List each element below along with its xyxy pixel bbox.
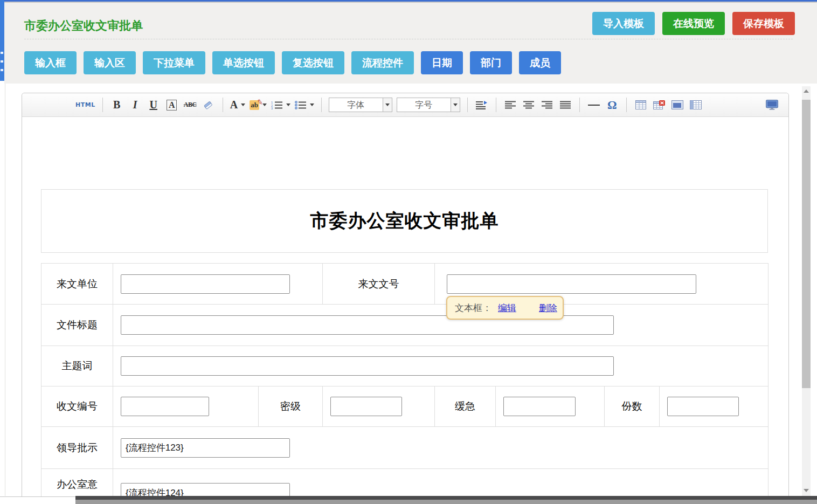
add-radio-button[interactable]: 单选按钮 bbox=[212, 51, 275, 74]
chevron-down-icon bbox=[262, 103, 267, 106]
add-member-button[interactable]: 成员 bbox=[519, 51, 561, 74]
html-source-button[interactable]: HTML bbox=[75, 97, 95, 113]
receipt-no-label: 收文编号 bbox=[41, 386, 113, 427]
add-checkbox-button[interactable]: 复选按钮 bbox=[282, 51, 344, 74]
delete-table-button[interactable] bbox=[652, 97, 666, 113]
table-row: 收文编号 密级 缓急 份数 bbox=[41, 386, 768, 427]
table-row: 领导批示 bbox=[41, 427, 768, 469]
font-family-select[interactable]: 字体 bbox=[329, 98, 392, 112]
chevron-down-icon bbox=[310, 103, 314, 106]
add-dropdown-button[interactable]: 下拉菜单 bbox=[143, 51, 205, 74]
approval-form-table: 来文单位 来文文号 文件标题 主题词 收文编号 密级 bbox=[41, 263, 768, 504]
leader-remarks-label: 领导批示 bbox=[41, 427, 113, 469]
add-date-button[interactable]: 日期 bbox=[421, 51, 463, 74]
subject-input[interactable] bbox=[121, 356, 614, 376]
doc-no-input[interactable] bbox=[447, 274, 696, 294]
fullscreen-button[interactable] bbox=[765, 97, 779, 113]
font-color-button[interactable]: A bbox=[230, 97, 245, 113]
ordered-list-icon: 1 2 3 bbox=[271, 101, 283, 109]
delete-table-icon bbox=[653, 100, 665, 109]
insert-table-button[interactable] bbox=[634, 97, 648, 113]
secrecy-input[interactable] bbox=[330, 397, 402, 416]
bullet-list-button[interactable] bbox=[295, 97, 314, 113]
align-justify-icon bbox=[560, 101, 571, 109]
align-justify-button[interactable] bbox=[558, 97, 572, 113]
delete-field-link[interactable]: 删除 bbox=[539, 302, 557, 314]
table-row: 文件标题 bbox=[41, 305, 768, 346]
doc-no-label: 来文文号 bbox=[323, 264, 435, 305]
align-left-button[interactable] bbox=[503, 97, 517, 113]
header-divider bbox=[24, 39, 793, 39]
source-unit-label: 来文单位 bbox=[41, 264, 113, 305]
table-row: 来文单位 来文文号 bbox=[41, 264, 768, 305]
italic-button[interactable]: I bbox=[128, 97, 142, 113]
subject-label: 主题词 bbox=[41, 346, 113, 386]
app-window: 市委办公室收文审批单 导入模板 在线预览 保存模板 输入框 输入区 下拉菜单 单… bbox=[0, 0, 817, 504]
leader-remarks-input[interactable] bbox=[121, 438, 290, 458]
align-center-icon bbox=[523, 101, 534, 109]
form-title: 市委办公室收文审批单 bbox=[310, 209, 499, 233]
tooltip-label: 文本框： bbox=[455, 302, 491, 314]
table-row: 主题词 bbox=[41, 346, 768, 386]
align-right-button[interactable] bbox=[540, 97, 554, 113]
urgency-input[interactable] bbox=[503, 397, 576, 416]
receipt-no-input[interactable] bbox=[121, 397, 209, 416]
table-cells-button[interactable] bbox=[689, 97, 703, 113]
copies-input[interactable] bbox=[667, 397, 739, 416]
chevron-down-icon bbox=[453, 103, 458, 106]
monitor-icon bbox=[766, 100, 778, 110]
align-center-button[interactable] bbox=[522, 97, 536, 113]
cell-properties-icon bbox=[671, 100, 683, 109]
scrollbar-thumb[interactable] bbox=[802, 100, 811, 388]
chevron-down-icon bbox=[241, 103, 245, 106]
eraser-icon[interactable] bbox=[202, 97, 216, 113]
doc-title-label: 文件标题 bbox=[41, 305, 113, 346]
form-title-cell: 市委办公室收文审批单 bbox=[41, 189, 768, 253]
save-template-button[interactable]: 保存模板 bbox=[732, 12, 795, 35]
font-size-dropdown-button[interactable] bbox=[451, 98, 460, 112]
chevron-down-icon bbox=[286, 103, 290, 106]
toolbar-separator bbox=[102, 98, 103, 112]
import-template-button[interactable]: 导入模板 bbox=[592, 12, 655, 35]
scroll-up-button[interactable] bbox=[802, 86, 811, 95]
vertical-scrollbar[interactable] bbox=[802, 86, 811, 496]
add-department-button[interactable]: 部门 bbox=[470, 51, 512, 74]
underline-button[interactable]: U bbox=[147, 97, 161, 113]
page-left-edge bbox=[5, 84, 5, 496]
toolbar-separator bbox=[496, 98, 496, 112]
font-family-dropdown-button[interactable] bbox=[383, 98, 392, 112]
editor-content[interactable]: 市委办公室收文审批单 来文单位 来文文号 文件标题 主 bbox=[22, 117, 788, 504]
window-bottom-edge bbox=[75, 496, 817, 504]
source-unit-input[interactable] bbox=[121, 274, 290, 294]
add-input-box-button[interactable]: 输入框 bbox=[24, 51, 77, 74]
component-button-row: 输入框 输入区 下拉菜单 单选按钮 复选按钮 流程控件 日期 部门 成员 bbox=[24, 51, 561, 74]
cell-properties-button[interactable] bbox=[670, 97, 684, 113]
secrecy-label: 密级 bbox=[259, 386, 323, 427]
align-left-icon bbox=[505, 101, 516, 109]
page-header: 市委办公室收文审批单 导入模板 在线预览 保存模板 输入框 输入区 下拉菜单 单… bbox=[4, 3, 817, 84]
svg-text:3: 3 bbox=[271, 107, 273, 109]
rich-text-editor: HTML B I U A ABC A bbox=[22, 93, 789, 504]
background-window-fragment bbox=[0, 0, 4, 81]
ordered-list-button[interactable]: 1 2 3 bbox=[271, 97, 290, 113]
highlight-color-button[interactable]: ab ✎ bbox=[250, 97, 267, 113]
toolbar-separator bbox=[223, 98, 223, 112]
border-text-button[interactable]: A bbox=[165, 97, 179, 113]
bullet-list-icon bbox=[295, 101, 307, 109]
font-size-select[interactable]: 字号 bbox=[397, 98, 460, 112]
table-icon bbox=[635, 100, 646, 109]
strikethrough-button[interactable]: ABC bbox=[183, 97, 197, 113]
special-character-button[interactable]: Ω bbox=[605, 97, 619, 113]
edit-field-link[interactable]: 编辑 bbox=[498, 302, 516, 314]
page-title: 市委办公室收文审批单 bbox=[24, 18, 143, 34]
indent-button[interactable] bbox=[475, 97, 489, 113]
urgency-label: 缓急 bbox=[435, 386, 496, 427]
scroll-down-button[interactable] bbox=[802, 486, 811, 495]
horizontal-rule-button[interactable] bbox=[587, 97, 601, 113]
arrow-down-icon bbox=[804, 489, 809, 492]
add-flow-control-button[interactable]: 流程控件 bbox=[351, 51, 414, 74]
bold-button[interactable]: B bbox=[110, 97, 124, 113]
horizontal-rule-icon bbox=[588, 105, 600, 106]
add-textarea-button[interactable]: 输入区 bbox=[84, 51, 136, 74]
online-preview-button[interactable]: 在线预览 bbox=[662, 12, 725, 35]
